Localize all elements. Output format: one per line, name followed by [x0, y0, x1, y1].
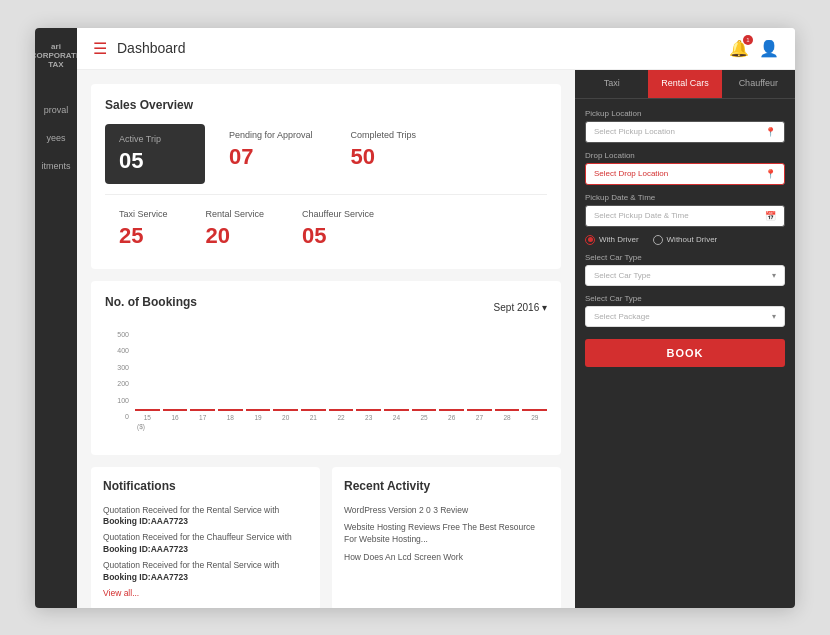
notification-item: Quotation Received for the Rental Servic…	[103, 560, 308, 584]
taxi-service-value: 25	[119, 223, 168, 249]
user-icon[interactable]: 👤	[759, 39, 779, 58]
top-icons: 🔔 1 👤	[729, 39, 779, 58]
left-panel: Sales Overview Active Trip 05 Pending fo…	[77, 70, 575, 608]
sales-overview-card: Sales Overview Active Trip 05 Pending fo…	[91, 84, 561, 269]
pickup-label: Pickup Location	[585, 109, 785, 118]
taxi-service-label: Taxi Service	[119, 209, 168, 219]
hamburger-icon[interactable]: ☰	[93, 39, 107, 58]
booking-tabs: Taxi Rental Cars Chauffeur	[575, 70, 795, 99]
chauffeur-service-card: Chauffeur Service 05	[288, 203, 388, 255]
with-driver-label: With Driver	[599, 235, 639, 244]
sidebar: ari CORPORATE TAX proval yees itments	[35, 28, 77, 608]
activity-item: Website Hosting Reviews Free The Best Re…	[344, 522, 549, 546]
bar-group: 21	[301, 409, 326, 421]
bar-group: 17	[190, 409, 215, 421]
chart-bars-area: 151617181920212223242526272829 ($)	[135, 331, 547, 441]
car-type-select[interactable]: Select Car Type ▾	[585, 265, 785, 286]
notification-item: Quotation Received for the Rental Servic…	[103, 505, 308, 529]
sidebar-item-appointments[interactable]: itments	[35, 155, 77, 177]
chart-bar	[412, 409, 437, 411]
chauffeur-service-value: 05	[302, 223, 374, 249]
chart-bar	[163, 409, 188, 411]
bar-x-label: 18	[227, 414, 234, 421]
chart-bar	[439, 409, 464, 411]
rental-service-label: Rental Service	[206, 209, 265, 219]
topbar: ☰ Dashboard 🔔 1 👤	[77, 28, 795, 70]
chart-bar	[522, 409, 547, 411]
car-type-label: Select Car Type	[585, 253, 785, 262]
datetime-label: Pickup Date & Time	[585, 193, 785, 202]
chart-bar	[329, 409, 354, 411]
drop-placeholder: Select Drop Location	[594, 169, 668, 178]
chart-bars: 151617181920212223242526272829	[135, 331, 547, 421]
content-area: Sales Overview Active Trip 05 Pending fo…	[77, 70, 795, 608]
chart-bar	[135, 409, 160, 411]
view-all-link[interactable]: View all...	[103, 588, 308, 598]
bookings-section: No. of Bookings Sept 2016 ▾ 500 400 300 …	[91, 281, 561, 455]
bar-x-label: 22	[337, 414, 344, 421]
bar-x-label: 17	[199, 414, 206, 421]
sidebar-item-approval[interactable]: proval	[35, 99, 77, 121]
car-type-placeholder: Select Car Type	[594, 271, 651, 280]
bar-x-label: 19	[254, 414, 261, 421]
completed-trips-card: Completed Trips 50	[337, 124, 431, 184]
chart-bar	[495, 409, 520, 411]
without-driver-radio[interactable]	[653, 235, 663, 245]
sidebar-item-employees[interactable]: yees	[35, 127, 77, 149]
drop-location-icon: 📍	[765, 169, 776, 179]
datetime-input[interactable]: Select Pickup Date & Time 📅	[585, 205, 785, 227]
notifications-list: Quotation Received for the Rental Servic…	[103, 505, 308, 584]
book-button[interactable]: BOOK	[585, 339, 785, 367]
bottom-section: Notifications Quotation Received for the…	[91, 467, 561, 608]
with-driver-radio[interactable]	[585, 235, 595, 245]
booking-form: Pickup Location Select Pickup Location 📍…	[575, 99, 795, 377]
tab-rental[interactable]: Rental Cars	[648, 70, 721, 98]
recent-activity-box: Recent Activity WordPress Version 2 0 3 …	[332, 467, 561, 608]
completed-label: Completed Trips	[351, 130, 417, 140]
bar-x-label: 24	[393, 414, 400, 421]
without-driver-label: Without Driver	[667, 235, 718, 244]
without-driver-option[interactable]: Without Driver	[653, 235, 718, 245]
pending-approval-card: Pending for Approval 07	[215, 124, 327, 184]
bar-group: 29	[522, 409, 547, 421]
rental-service-card: Rental Service 20	[192, 203, 279, 255]
active-trip-card: Active Trip 05	[105, 124, 205, 184]
chevron-down-icon2: ▾	[772, 312, 776, 321]
bookings-header: No. of Bookings Sept 2016 ▾	[105, 295, 547, 321]
bar-x-label: 26	[448, 414, 455, 421]
chart-bar	[218, 409, 243, 411]
notifications-title: Notifications	[103, 479, 308, 493]
y-label-0: 0	[125, 413, 129, 420]
package-select[interactable]: Select Package ▾	[585, 306, 785, 327]
completed-value: 50	[351, 144, 417, 170]
bar-group: 24	[384, 409, 409, 421]
drop-label: Drop Location	[585, 151, 785, 160]
activity-item: WordPress Version 2 0 3 Review	[344, 505, 549, 517]
chart-bar	[246, 409, 271, 411]
bar-x-label: 16	[171, 414, 178, 421]
tab-chauffeur[interactable]: Chauffeur	[722, 70, 795, 98]
bar-group: 23	[356, 409, 381, 421]
bar-group: 27	[467, 409, 492, 421]
bookings-date[interactable]: Sept 2016 ▾	[494, 302, 547, 313]
chart-bar	[301, 409, 326, 411]
bar-x-label: 28	[503, 414, 510, 421]
y-label-400: 400	[117, 347, 129, 354]
tab-taxi[interactable]: Taxi	[575, 70, 648, 98]
bar-group: 22	[329, 409, 354, 421]
pickup-input[interactable]: Select Pickup Location 📍	[585, 121, 785, 143]
bar-group: 19	[246, 409, 271, 421]
drop-input[interactable]: Select Drop Location 📍	[585, 163, 785, 185]
notification-icon[interactable]: 🔔 1	[729, 39, 749, 58]
taxi-service-card: Taxi Service 25	[105, 203, 182, 255]
chart-bar	[384, 409, 409, 411]
rental-service-value: 20	[206, 223, 265, 249]
active-trip-label: Active Trip	[119, 134, 191, 144]
bar-group: 16	[163, 409, 188, 421]
pending-label: Pending for Approval	[229, 130, 313, 140]
with-driver-option[interactable]: With Driver	[585, 235, 639, 245]
logo-text: ari	[35, 42, 81, 51]
active-trip-value: 05	[119, 148, 191, 174]
right-panel: Taxi Rental Cars Chauffeur Pickup Locati…	[575, 70, 795, 608]
chauffeur-service-label: Chauffeur Service	[302, 209, 374, 219]
